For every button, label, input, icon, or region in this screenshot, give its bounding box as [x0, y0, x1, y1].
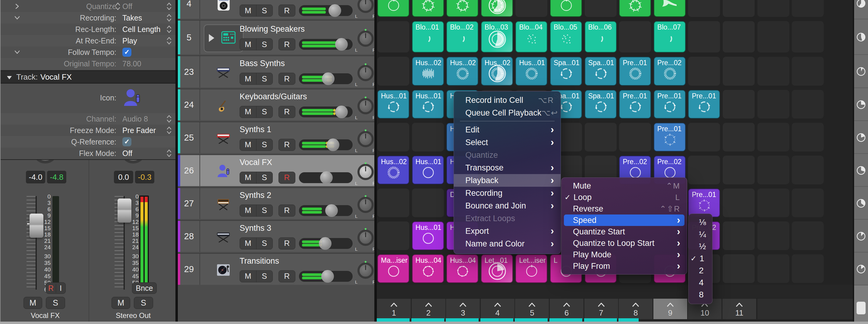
loop-cell[interactable]: Hus...02 — [377, 156, 409, 184]
empty-cell[interactable] — [377, 21, 409, 53]
mute-button[interactable]: M — [240, 172, 256, 183]
volume-slider[interactable] — [299, 139, 352, 150]
scene-trigger-7[interactable]: 7 — [584, 299, 618, 319]
pan-knob[interactable] — [358, 164, 374, 180]
loop-cell[interactable]: Let...01 — [481, 254, 513, 283]
empty-cell[interactable] — [723, 90, 755, 119]
loop-cell[interactable]: Pre...01 — [688, 188, 720, 217]
mute-button[interactable]: M — [240, 238, 256, 249]
solo-button[interactable]: S — [256, 172, 273, 183]
empty-cell[interactable] — [723, 222, 755, 250]
track-prop-channel[interactable]: Channel:Audio 8 — [1, 113, 176, 125]
empty-cell[interactable] — [688, 123, 720, 151]
pan-knob[interactable] — [358, 65, 374, 81]
empty-cell[interactable] — [619, 123, 651, 151]
menu-item-name-and-color[interactable]: Name and Color› — [454, 237, 561, 250]
pan-knob[interactable] — [358, 131, 374, 147]
scene-trigger-11[interactable]: 11 — [722, 299, 756, 319]
loop-cell[interactable]: Hus...02 — [446, 57, 478, 86]
mute-button[interactable]: M — [240, 139, 256, 150]
slider-thumb[interactable] — [335, 38, 348, 51]
loop-cell[interactable] — [412, 0, 444, 17]
mute-button[interactable]: M — [240, 73, 256, 85]
speed-option-5[interactable]: 4 — [689, 277, 712, 289]
scene-trigger-4[interactable]: 4 — [480, 299, 515, 319]
slider-thumb[interactable] — [327, 139, 339, 151]
pan-knob[interactable] — [33, 160, 58, 164]
mute-solo-buttons[interactable]: MS — [240, 237, 273, 249]
speed-option-2[interactable]: ½ — [689, 240, 712, 253]
mute-solo-buttons[interactable]: MS — [240, 172, 273, 184]
submenu-item-reverse[interactable]: Reverse⌃⇧R — [561, 203, 687, 214]
record-enable-button[interactable]: R — [46, 284, 56, 293]
solo-button[interactable]: S — [256, 238, 273, 249]
loop-cell[interactable]: Pre...01 — [619, 57, 651, 86]
volume-slider[interactable] — [299, 5, 352, 16]
submenu-item-speed[interactable]: Speed› — [564, 214, 684, 226]
record-button[interactable]: R — [278, 270, 296, 283]
empty-cell[interactable] — [723, 0, 755, 17]
track-section-header[interactable]: Track:Vocal FX — [1, 70, 176, 84]
solo-button[interactable]: S — [256, 39, 273, 50]
speed-option-6[interactable]: 8 — [689, 289, 712, 301]
empty-cell[interactable] — [516, 0, 547, 17]
record-button[interactable]: R — [278, 172, 296, 184]
menu-item-edit[interactable]: Edit› — [454, 123, 561, 136]
empty-cell[interactable] — [377, 57, 409, 86]
pan-knob[interactable] — [358, 262, 374, 279]
loop-cell[interactable]: Blo...04 — [516, 21, 547, 53]
speed-option-4[interactable]: 2 — [689, 265, 712, 277]
track-row-4[interactable]: 4ToppersMSRLR — [178, 0, 374, 19]
mute-button[interactable]: M — [24, 297, 42, 309]
loop-cell[interactable]: Ma...iser — [377, 254, 409, 283]
empty-cell[interactable] — [792, 21, 824, 53]
volume-slider[interactable] — [299, 271, 352, 282]
track-row-24[interactable]: 24Keyboards/GuitarsMSRLR — [178, 89, 374, 120]
menu-item-record-into-cell[interactable]: Record into Cell⌥R — [454, 94, 561, 107]
pan-knob[interactable] — [358, 0, 374, 13]
empty-cell[interactable] — [723, 188, 755, 217]
empty-cell[interactable] — [723, 156, 755, 184]
track-row-27[interactable]: 27Synths 2MSRLR — [178, 187, 374, 219]
mute-solo-buttons[interactable]: MS — [240, 4, 273, 17]
menu-item-bounce-and-join[interactable]: Bounce and Join› — [454, 199, 561, 212]
volume-slider[interactable] — [299, 205, 352, 216]
slider-thumb[interactable] — [325, 204, 338, 217]
solo-button[interactable]: S — [256, 5, 273, 16]
scene-trigger-9[interactable]: 9 — [653, 299, 687, 319]
loop-cell[interactable]: Spa...01 — [550, 57, 582, 86]
scene-trigger-5[interactable]: 5 — [515, 299, 549, 319]
empty-cell[interactable] — [688, 21, 720, 53]
scene-trigger-2[interactable]: 2 — [411, 299, 445, 319]
loop-cell[interactable]: Blo...01 — [412, 21, 444, 53]
empty-cell[interactable] — [412, 188, 444, 217]
empty-cell[interactable] — [792, 222, 824, 250]
checkbox-q-reference[interactable]: ✓ — [122, 137, 131, 146]
record-button[interactable]: R — [278, 38, 296, 50]
empty-cell[interactable] — [723, 123, 755, 151]
inspector-setting-rec-length[interactable]: Rec-Length:Cell Length — [1, 24, 176, 35]
solo-button[interactable]: S — [46, 297, 65, 309]
loop-cell[interactable] — [446, 0, 478, 17]
pan-knob[interactable] — [358, 98, 374, 114]
loop-cell[interactable]: Pre...01 — [654, 123, 686, 151]
empty-cell[interactable] — [757, 156, 789, 184]
submenu-item-quantize-start[interactable]: Quantize Start› — [561, 226, 687, 237]
empty-cell[interactable] — [757, 21, 789, 53]
empty-cell[interactable] — [585, 123, 617, 151]
menu-item-quantize[interactable]: Quantize — [454, 149, 561, 161]
pan-knob[interactable] — [358, 197, 374, 213]
speed-option-3[interactable]: ✓1 — [689, 253, 712, 265]
empty-cell[interactable] — [792, 90, 824, 119]
track-row-25[interactable]: 25Synths 1MSRLR — [178, 122, 374, 153]
empty-cell[interactable] — [757, 188, 789, 217]
volume-slider[interactable] — [299, 39, 352, 50]
submenu-item-play-from[interactable]: Play From› — [561, 260, 687, 272]
loop-cell[interactable]: Pre...01 — [619, 90, 651, 119]
empty-cell[interactable] — [723, 21, 755, 53]
empty-cell[interactable] — [688, 156, 720, 184]
track-prop-icon[interactable]: Icon: — [1, 85, 176, 113]
record-button[interactable]: R — [278, 106, 296, 118]
loop-cell[interactable]: Let...iser — [516, 254, 547, 283]
loop-cell[interactable] — [377, 0, 409, 17]
